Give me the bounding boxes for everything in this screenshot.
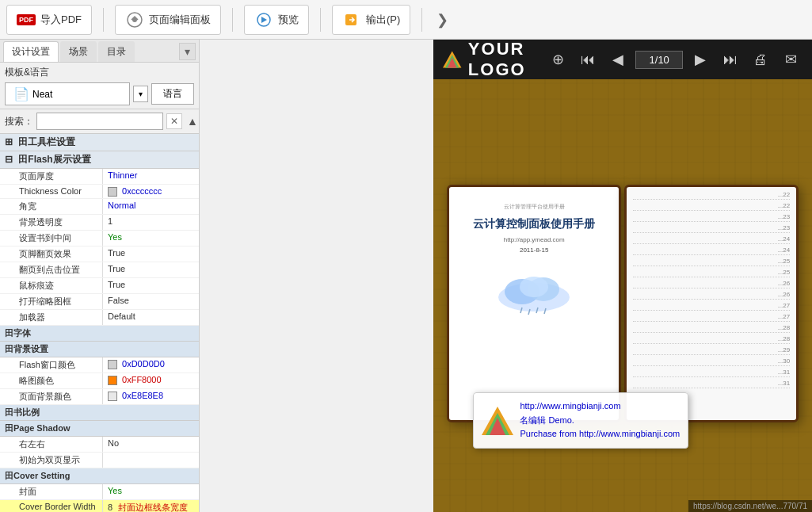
search-prev-icon[interactable]: ▲	[185, 113, 200, 129]
cover-border-width-row[interactable]: Cover Border Width 8 封面边框线条宽度	[0, 500, 199, 512]
set-bookmarks-row[interactable]: 设置书到中间 Yes	[0, 231, 199, 246]
template-section: 模板&语言 📄 Neat ▾ 语言	[0, 63, 199, 109]
print-button[interactable]: 🖨	[748, 47, 773, 72]
page-editor-label: 页面编辑面板	[149, 13, 211, 27]
separator-1	[103, 8, 104, 32]
page-thickness-row[interactable]: 页面厚度 Thinner	[0, 169, 199, 185]
toc-page-number: ...26	[778, 280, 791, 287]
flip-point-row[interactable]: 翻页到点击位置 True	[0, 262, 199, 278]
toc-page-number: ...25	[778, 258, 791, 265]
preview-button[interactable]: 预览	[244, 5, 309, 35]
font-section-header[interactable]: 田字体	[0, 326, 199, 342]
toc-lines: ...22...22...23...23...24...24...25...25…	[633, 190, 790, 388]
loader-row[interactable]: 加载器 Default	[0, 310, 199, 326]
bg-settings-header[interactable]: 田背景设置	[0, 342, 199, 357]
flash-window-color-name: Flash窗口颜色	[0, 357, 103, 373]
bg-image-color-row[interactable]: 略图颜色 0xFF8000	[0, 373, 199, 389]
search-icons: ▲ ▼	[185, 113, 200, 129]
page-bg-color-swatch	[108, 392, 117, 401]
prev-page-button[interactable]: ◀	[605, 47, 631, 72]
first-page-button[interactable]: ⏮	[575, 47, 600, 72]
flash-display-header[interactable]: ⊟ 田Flash展示设置	[0, 151, 199, 169]
watermark-demo-label: Demo.	[548, 415, 574, 425]
logo-text: YOUR LOGO	[468, 40, 539, 80]
toc-line-item: ...26	[633, 279, 790, 288]
left-right-name: 右左右	[0, 437, 103, 452]
search-label: 搜索：	[5, 115, 33, 128]
template-arrow-icon: ▾	[139, 90, 143, 98]
bg-transparency-row[interactable]: 背景透明度 1	[0, 215, 199, 231]
template-neat-button[interactable]: 📄 Neat	[5, 82, 130, 105]
page-input[interactable]	[635, 51, 683, 69]
pdf-icon: PDF	[17, 10, 36, 29]
toc-page-number: ...28	[778, 335, 791, 342]
thickness-color-name: Thickness Color	[0, 185, 103, 198]
toc-line-item: ...23	[633, 212, 790, 222]
svg-point-1	[132, 17, 137, 22]
search-clear-button[interactable]: ✕	[166, 113, 182, 129]
cover-row[interactable]: 封面 Yes	[0, 484, 199, 500]
cover-name: 封面	[0, 484, 103, 499]
watermark-text: http://www.mingbianji.com 名编辑 Demo. Purc…	[520, 399, 680, 441]
footer-effect-row[interactable]: 页脚翻页效果 True	[0, 246, 199, 262]
thickness-color-value: 0xccccccc	[103, 185, 199, 198]
toc-page-number: ...22	[778, 202, 791, 209]
toc-line-item: ...25	[633, 268, 790, 277]
toc-page-number: ...22	[778, 191, 791, 198]
output-button[interactable]: 输出(P)	[332, 5, 410, 35]
set-bookmarks-value: Yes	[103, 231, 199, 246]
page-bg-color-row[interactable]: 页面背景颜色 0xE8E8E8	[0, 389, 199, 405]
page-shadow-header[interactable]: 田Page Shadow	[0, 421, 199, 437]
url-bar: https://blog.csdn.net/we...770/71	[688, 500, 812, 512]
left-right-row[interactable]: 右左右 No	[0, 437, 199, 453]
flash-window-color-row[interactable]: Flash窗口颜色 0xD0D0D0	[0, 357, 199, 373]
toc-line-item: ...27	[633, 301, 790, 311]
template-lang-button[interactable]: 语言	[151, 83, 194, 105]
more-button[interactable]: ❯	[433, 11, 452, 29]
start-double-row[interactable]: 初始为双页显示	[0, 453, 199, 468]
zoom-in-button[interactable]: ⊕	[545, 47, 570, 72]
page-bg-color-value: 0xE8E8E8	[103, 389, 199, 404]
toc-page-number: ...24	[778, 246, 791, 254]
page-editor-button[interactable]: 页面编辑面板	[115, 5, 221, 35]
preview-label: 预览	[278, 13, 299, 27]
loader-value: Default	[103, 310, 199, 325]
viewer-header: YOUR LOGO ⊕ ⏮ ◀ ▶ ⏭ 🖨 ✉	[433, 40, 812, 79]
corner-width-row[interactable]: 角宽 Normal	[0, 199, 199, 215]
book-page-left: 云计算管理平台使用手册 云计算控制面板使用手册 http://app.ymead…	[447, 185, 621, 422]
mouse-track-row[interactable]: 鼠标痕迹 True	[0, 278, 199, 294]
left-right-value: No	[103, 437, 199, 452]
separator-4	[421, 8, 422, 32]
toc-content: ...22...22...23...23...24...24...25...25…	[627, 187, 796, 393]
thickness-color-row[interactable]: Thickness Color 0xccccccc	[0, 185, 199, 199]
panel-close-button[interactable]: ▾	[179, 43, 196, 60]
toc-page-number: ...25	[778, 269, 791, 276]
search-input[interactable]	[36, 113, 163, 130]
properties-tree: ⊞ 田工具栏设置 ⊟ 田Flash展示设置 页面厚度 Thinner Thick…	[0, 134, 199, 512]
footer-effect-value: True	[103, 246, 199, 262]
template-arrow-button[interactable]: ▾	[133, 86, 148, 102]
toc-line-item: ...29	[633, 346, 790, 355]
watermark-purchase-url[interactable]: http://www.mingbianji.com	[579, 429, 680, 438]
page-thickness-name: 页面厚度	[0, 169, 103, 184]
import-pdf-button[interactable]: PDF 导入PDF	[6, 5, 92, 35]
watermark-url[interactable]: http://www.mingbianji.com	[520, 401, 620, 411]
cover-setting-header[interactable]: 田Cover Setting	[0, 468, 199, 484]
book-ratio-header[interactable]: 田书比例	[0, 405, 199, 421]
bg-image-color-swatch	[108, 376, 117, 385]
book-title: 云计算控制面板使用手册	[461, 217, 607, 231]
toc-line-item: ...25	[633, 257, 790, 266]
open-thumbnail-value: False	[103, 294, 199, 309]
open-thumbnail-row[interactable]: 打开缩略图框 False	[0, 294, 199, 310]
toc-page-number: ...27	[778, 313, 791, 320]
tab-toc[interactable]: 目录	[98, 41, 135, 62]
last-page-button[interactable]: ⏭	[718, 47, 743, 72]
toc-line-item: ...26	[633, 290, 790, 300]
email-button[interactable]: ✉	[778, 47, 803, 72]
tab-design[interactable]: 设计设置	[3, 41, 59, 62]
tab-scene[interactable]: 场景	[60, 41, 97, 62]
toc-page-number: ...31	[778, 380, 791, 387]
toc-page-number: ...24	[778, 235, 791, 243]
next-page-button[interactable]: ▶	[688, 47, 713, 72]
toolbar-settings-header[interactable]: ⊞ 田工具栏设置	[0, 134, 199, 151]
